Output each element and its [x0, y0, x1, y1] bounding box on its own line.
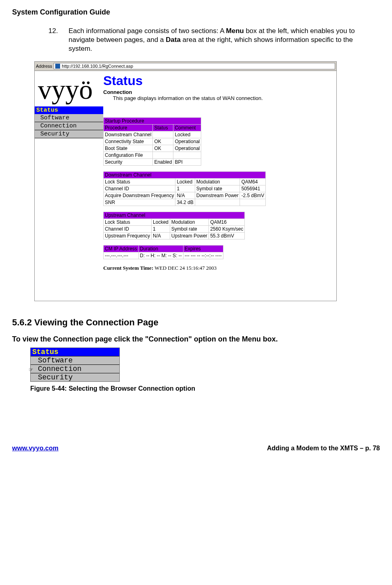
menu-item-security[interactable]: Security	[35, 130, 103, 138]
cursor-icon: ☞	[29, 366, 33, 374]
upstream-table: Upstream Channel Lock StatusLockedModula…	[103, 212, 245, 239]
menu2-item-connection[interactable]: ☞ Connection	[31, 364, 119, 373]
section-instruction: To view the Connection page click the "C…	[12, 335, 380, 344]
footer-url[interactable]: www.vyyo.com	[12, 445, 58, 452]
menu-item-software[interactable]: Software	[35, 114, 103, 122]
list-item-12: 12. Each informational page consists of …	[48, 27, 356, 53]
page-footer: www.vyyo.com Adding a Modem to the XMTS …	[12, 445, 380, 452]
data-area: Status Connection This page displays inf…	[103, 71, 336, 301]
cmip-table: CM IP Address Duration Expires ---.---.-…	[103, 245, 223, 259]
menu-item-connection[interactable]: Connection	[35, 122, 103, 130]
menu2-header[interactable]: Status	[31, 348, 119, 356]
system-time: Current System Time: WED DEC 24 15:16:47…	[103, 265, 334, 271]
item-number: 12.	[48, 27, 69, 53]
browser-screenshot: Address http://192.168.100.1/RgConnect.a…	[34, 61, 337, 301]
downstream-table: Downstream Channel Lock StatusLockedModu…	[103, 171, 266, 206]
figure-caption: Figure 5-44: Selecting the Browser Conne…	[30, 385, 380, 392]
menu-header-status[interactable]: Status	[35, 106, 103, 114]
connection-subtitle: Connection	[103, 89, 334, 95]
connection-desc: This page displays information on the st…	[113, 95, 334, 101]
ie-icon	[55, 64, 60, 69]
page-header: System Configuration Guide	[12, 8, 380, 17]
address-bar: Address http://192.168.100.1/RgConnect.a…	[35, 62, 336, 71]
status-title: Status	[103, 73, 334, 88]
menu-screenshot: Status Software ☞ Connection Security	[30, 348, 120, 382]
section-5-6-2-heading: 5.6.2 Viewing the Connection Page	[12, 317, 380, 328]
menu2-item-security[interactable]: Security	[31, 373, 119, 381]
address-input[interactable]: http://192.168.100.1/RgConnect.asp	[54, 63, 335, 69]
left-column: vyyö Status Software Connection Security	[35, 71, 103, 301]
item-text: Each informational page consists of two …	[69, 27, 356, 53]
nav-menu: Status Software Connection Security	[35, 106, 103, 138]
footer-right: Adding a Modem to the XMTS – p. 78	[267, 445, 380, 452]
url-text: http://192.168.100.1/RgConnect.asp	[62, 64, 133, 69]
address-label: Address	[36, 64, 52, 69]
startup-table: Startup Procedure Procedure Status Comme…	[103, 117, 201, 166]
menu2-item-software[interactable]: Software	[31, 356, 119, 364]
vyyo-logo: vyyö	[35, 71, 103, 106]
